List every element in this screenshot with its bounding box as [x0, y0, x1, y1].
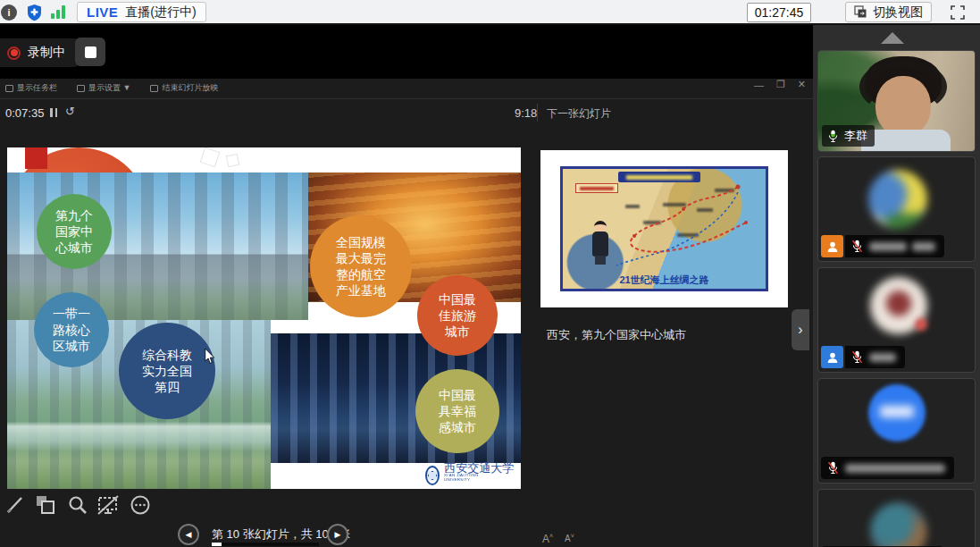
end-show-icon	[150, 85, 158, 92]
live-status-box: LIVE 直播(进行中)	[77, 2, 206, 22]
slides-grid-icon	[35, 494, 56, 516]
current-slide[interactable]: 第九个国家中心城市 一带一路核心区城市 综合科教实力全国第四 全国规模最大最完整…	[7, 147, 521, 489]
black-screen-button[interactable]	[96, 493, 120, 517]
minimize-button[interactable]: —	[754, 80, 764, 90]
column-divider	[537, 104, 538, 122]
blurred-name	[912, 242, 935, 251]
avatar	[870, 502, 927, 547]
participant-tile[interactable]	[817, 378, 976, 484]
slide-decor-square	[226, 154, 239, 167]
cartoon-presenter-figure	[590, 221, 613, 267]
participant-name-bar	[821, 457, 954, 479]
blurred-name	[869, 353, 896, 362]
zoom-tool-button[interactable]	[66, 493, 89, 517]
slide-progress-fill	[212, 543, 222, 546]
university-logo: 西安交通大学 XI'AN JIAOTONG UNIVERSITY	[425, 462, 521, 488]
clock-time: 9:18	[515, 106, 537, 120]
participant-name-bar	[845, 346, 905, 368]
slide-bubble-science-education: 综合科教实力全国第四	[119, 323, 215, 419]
notes-font-smaller-button[interactable]: A˅	[565, 533, 574, 543]
slide-red-square-decor	[25, 147, 47, 169]
slide-decor-square	[200, 147, 221, 167]
blurred-name	[869, 242, 907, 251]
slideshow-elapsed-time: 0:07:35	[5, 106, 44, 120]
stop-recording-button[interactable]	[75, 38, 105, 66]
slide-bubble-happiness-city: 中国最具幸福感城市	[415, 369, 499, 453]
mic-muted-icon	[850, 239, 864, 254]
live-badge: LIVE	[87, 4, 118, 20]
switch-view-button[interactable]: 切换视图	[845, 2, 932, 22]
screen-slash-icon	[96, 494, 120, 516]
avatar	[868, 170, 927, 229]
participants-panel: 李群	[813, 25, 980, 547]
display-icon	[77, 85, 85, 92]
speaker-notes: 西安，第九个国家中心城市	[547, 327, 686, 343]
slideshow-progress-bar	[212, 543, 319, 546]
slide-bubble-aviation-base: 全国规模最大最完整的航空产业基地	[310, 215, 412, 317]
previous-slide-button[interactable]: ◀	[178, 524, 199, 545]
expand-panel-chevron[interactable]: ›	[792, 309, 809, 350]
university-seal-icon	[425, 466, 440, 485]
avatar	[868, 384, 926, 442]
restart-timer-button[interactable]: ↺	[65, 105, 75, 118]
avatar-accent	[915, 318, 927, 331]
see-all-slides-button[interactable]	[34, 493, 57, 517]
recording-indicator: 录制中	[0, 38, 78, 67]
participant-tile[interactable]	[817, 489, 976, 547]
person-icon	[825, 240, 840, 254]
mic-muted-icon	[850, 349, 864, 365]
magnifier-icon	[67, 494, 88, 516]
scroll-up-arrow-icon[interactable]	[881, 32, 904, 44]
next-slide-preview[interactable]: 21世纪海上丝绸之路	[540, 150, 788, 307]
pen-tool-button[interactable]	[4, 493, 27, 517]
next-slide-label: 下一张幻灯片	[547, 106, 611, 122]
restore-button[interactable]: ❐	[776, 79, 785, 90]
more-options-button[interactable]	[129, 493, 152, 517]
pen-icon	[5, 495, 25, 515]
participant-tile[interactable]	[817, 156, 976, 262]
presenter-view-window: — ❐ ✕ 显示任务栏 显示设置 ▼ 结束幻灯片放映 0:07:35 ↺ 9:1…	[0, 79, 813, 547]
display-settings-menu-item[interactable]: 显示设置 ▼	[77, 82, 130, 94]
participant-tile-liqun[interactable]: 李群	[817, 50, 976, 152]
slide-bubble-tourism-city: 中国最佳旅游城市	[417, 275, 498, 356]
presenter-toolbar: 显示任务栏 显示设置 ▼ 结束幻灯片放映	[5, 82, 218, 94]
mouse-cursor	[204, 349, 216, 365]
participant-name: 李群	[844, 128, 867, 144]
shield-extension-icon[interactable]	[26, 4, 43, 21]
map-caption: 21世纪海上丝绸之路	[563, 274, 766, 287]
close-button[interactable]: ✕	[798, 79, 806, 90]
browser-toolbar: i LIVE 直播(进行中) 01:27:45 切换视图	[0, 0, 980, 25]
participant-name-bar	[845, 235, 944, 257]
info-icon[interactable]: i	[1, 4, 17, 21]
role-badge-orange	[821, 235, 843, 257]
recording-dot-icon	[7, 46, 21, 60]
participant-tile[interactable]	[817, 267, 976, 373]
university-name-en: XI'AN JIAOTONG UNIVERSITY	[444, 474, 486, 482]
taskbar-icon	[5, 85, 13, 92]
next-slide-button[interactable]: ▶	[327, 524, 348, 545]
window-controls: — ❐ ✕	[754, 79, 806, 90]
switch-view-label: 切换视图	[873, 4, 923, 21]
session-timer: 01:27:45	[747, 3, 811, 22]
switch-view-icon	[854, 5, 867, 19]
person-icon	[825, 350, 840, 365]
participant-name-bar: 李群	[822, 125, 875, 147]
university-name: 西安交通大学	[444, 462, 521, 474]
pause-timer-button[interactable]	[50, 108, 57, 117]
mic-muted-icon	[826, 460, 840, 475]
notes-font-larger-button[interactable]: A˄	[542, 533, 553, 545]
slide-bubble-belt-road: 一带一路核心区城市	[34, 292, 109, 367]
live-status-text: 直播(进行中)	[125, 4, 196, 21]
mic-active-icon	[826, 129, 840, 144]
next-slide-map-image: 21世纪海上丝绸之路	[560, 166, 768, 291]
end-slideshow-menu-item[interactable]: 结束幻灯片放映	[150, 82, 218, 94]
slide-bubble-national-center: 第九个国家中心城市	[37, 194, 112, 269]
show-taskbar-menu-item[interactable]: 显示任务栏	[5, 82, 57, 94]
shared-screen-area: 录制中 — ❐ ✕ 显示任务栏 显示设置 ▼ 结束幻灯片放映 0:07:35 ↺…	[0, 25, 813, 547]
blurred-name	[845, 464, 945, 473]
recording-label: 录制中	[28, 45, 65, 61]
role-badge-blue	[821, 346, 843, 368]
fullscreen-icon[interactable]	[950, 4, 966, 21]
ellipsis-icon	[130, 494, 151, 516]
signal-bars-icon[interactable]	[51, 5, 65, 19]
